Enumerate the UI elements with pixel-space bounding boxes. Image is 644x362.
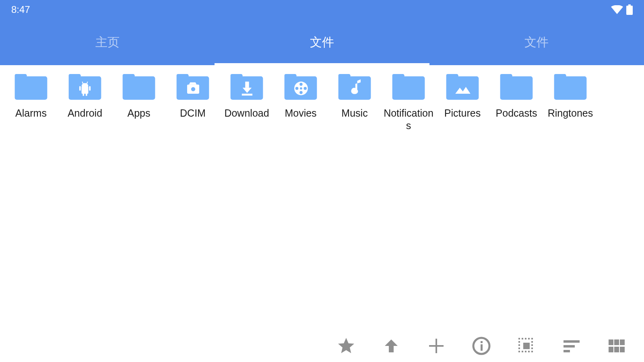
svg-rect-27 (525, 338, 526, 339)
svg-rect-13 (242, 94, 252, 96)
folder-item[interactable]: Ringtones (543, 71, 597, 132)
view-grid-button[interactable] (605, 335, 628, 357)
folder-label: Download (224, 107, 269, 119)
grid-icon (607, 336, 626, 356)
content-area: AlarmsAndroidAppsDCIMDownloadMoviesMusic… (0, 65, 644, 362)
svg-rect-23 (481, 341, 483, 343)
tab-home[interactable]: 主页 (0, 19, 215, 65)
tab-bar: 主页 文件 文件 (0, 19, 644, 65)
favorite-button[interactable] (335, 335, 357, 357)
info-button[interactable] (470, 335, 493, 357)
folder-item[interactable]: Music (328, 71, 382, 132)
folder-item[interactable]: Notifications (382, 71, 436, 132)
folder-item[interactable]: Movies (274, 71, 328, 132)
folder-label: Alarms (15, 107, 47, 119)
svg-rect-44 (609, 339, 613, 345)
folder-icon (282, 72, 319, 101)
svg-rect-31 (531, 341, 533, 343)
svg-point-18 (295, 87, 299, 90)
svg-point-20 (351, 89, 358, 94)
status-time: 8:47 (11, 4, 30, 15)
svg-point-16 (299, 83, 303, 86)
star-icon (336, 336, 356, 356)
folder-label: Notifications (383, 107, 434, 132)
svg-rect-3 (79, 86, 81, 90)
status-bar: 8:47 (0, 0, 644, 19)
folder-label: DCIM (180, 107, 206, 119)
folder-icon (12, 72, 50, 101)
svg-rect-12 (245, 82, 249, 88)
folder-icon (174, 72, 211, 101)
folder-icon (120, 72, 157, 101)
svg-rect-36 (518, 351, 520, 352)
tab-files-1[interactable]: 文件 (215, 19, 429, 65)
svg-rect-29 (531, 338, 533, 339)
folder-label: Ringtones (548, 107, 593, 119)
svg-rect-0 (628, 4, 631, 6)
svg-rect-28 (528, 338, 530, 339)
folder-item[interactable]: Android (58, 71, 112, 132)
select-all-icon (517, 336, 536, 356)
folder-icon (444, 72, 481, 101)
sort-icon (562, 336, 581, 356)
battery-icon (626, 4, 633, 15)
svg-rect-2 (82, 86, 89, 94)
svg-rect-49 (620, 347, 625, 352)
svg-rect-35 (531, 348, 533, 349)
svg-point-17 (299, 91, 303, 94)
folder-icon (228, 72, 265, 101)
bottom-toolbar (335, 331, 644, 362)
svg-rect-43 (564, 350, 570, 352)
svg-rect-45 (614, 339, 619, 345)
tab-label: 文件 (310, 34, 334, 51)
folder-label: Pictures (444, 107, 481, 119)
svg-point-19 (304, 87, 307, 90)
status-icons (611, 4, 633, 15)
svg-rect-26 (522, 338, 523, 339)
tab-label: 主页 (95, 34, 120, 51)
svg-rect-42 (564, 345, 575, 348)
svg-rect-25 (518, 338, 520, 339)
svg-rect-41 (564, 340, 580, 343)
folder-label: Music (341, 107, 367, 119)
svg-rect-32 (518, 344, 520, 346)
tab-files-2[interactable]: 文件 (429, 19, 644, 65)
folder-label: Movies (285, 107, 316, 119)
folder-grid: AlarmsAndroidAppsDCIMDownloadMoviesMusic… (4, 71, 640, 132)
folder-label: Apps (128, 107, 151, 119)
svg-rect-22 (481, 344, 483, 351)
svg-rect-46 (620, 339, 625, 345)
tab-label: 文件 (524, 34, 549, 51)
svg-rect-33 (531, 344, 533, 346)
plus-icon (427, 336, 446, 356)
svg-rect-34 (518, 348, 520, 349)
svg-rect-38 (525, 351, 526, 352)
folder-item[interactable]: Alarms (4, 71, 58, 132)
sort-button[interactable] (560, 335, 583, 357)
folder-icon (498, 72, 535, 101)
folder-label: Podcasts (496, 107, 537, 119)
folder-item[interactable]: DCIM (166, 71, 220, 132)
arrow-up-icon (382, 336, 401, 356)
svg-rect-30 (518, 341, 520, 343)
add-button[interactable] (425, 335, 448, 357)
folder-label: Android (68, 107, 102, 119)
up-button[interactable] (380, 335, 402, 357)
svg-rect-37 (522, 351, 523, 352)
folder-icon (66, 72, 103, 101)
folder-icon (390, 72, 427, 101)
folder-item[interactable]: Download (220, 71, 274, 132)
svg-rect-4 (89, 86, 91, 90)
select-all-button[interactable] (515, 335, 538, 357)
svg-rect-24 (523, 343, 530, 349)
svg-rect-5 (83, 93, 84, 96)
folder-item[interactable]: Apps (112, 71, 166, 132)
folder-icon (552, 72, 589, 101)
folder-item[interactable]: Pictures (436, 71, 489, 132)
svg-rect-1 (626, 6, 633, 15)
info-icon (472, 336, 491, 356)
folder-item[interactable]: Podcasts (489, 71, 543, 132)
svg-rect-40 (531, 351, 533, 352)
svg-rect-47 (609, 347, 613, 352)
svg-rect-39 (528, 351, 530, 352)
